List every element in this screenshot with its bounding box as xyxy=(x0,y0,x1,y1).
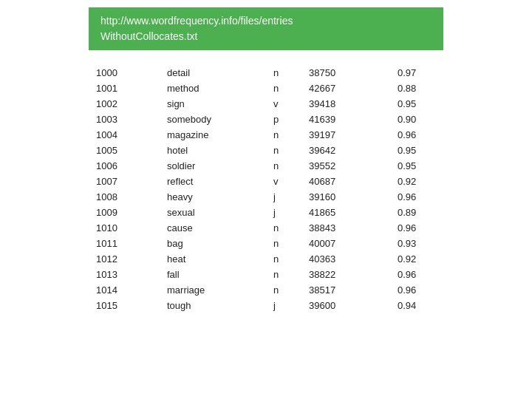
cell-id: 1010 xyxy=(89,220,160,236)
cell-word: method xyxy=(160,81,266,96)
cell-word: sexual xyxy=(160,205,266,220)
data-table-container: 1000detailn387500.971001methodn426670.88… xyxy=(89,65,443,313)
cell-id: 1001 xyxy=(89,81,160,96)
cell-score: 0.94 xyxy=(390,298,443,313)
table-row: 1004magazinen391970.96 xyxy=(89,127,443,143)
cell-word: reflect xyxy=(160,174,266,189)
cell-freq: 40363 xyxy=(301,251,390,267)
cell-score: 0.96 xyxy=(390,267,443,282)
cell-score: 0.92 xyxy=(390,251,443,267)
cell-score: 0.95 xyxy=(390,158,443,174)
cell-id: 1005 xyxy=(89,143,160,158)
cell-word: hotel xyxy=(160,143,266,158)
cell-word: heavy xyxy=(160,189,266,205)
table-row: 1006soldiern395520.95 xyxy=(89,158,443,174)
cell-pos: n xyxy=(266,65,301,81)
cell-freq: 40687 xyxy=(301,174,390,189)
cell-pos: p xyxy=(266,112,301,127)
table-row: 1010causen388430.96 xyxy=(89,220,443,236)
table-row: 1015toughj396000.94 xyxy=(89,298,443,313)
cell-pos: v xyxy=(266,96,301,112)
table-row: 1002signv394180.95 xyxy=(89,96,443,112)
cell-freq: 38517 xyxy=(301,282,390,298)
cell-word: cause xyxy=(160,220,266,236)
cell-pos: n xyxy=(266,267,301,282)
cell-id: 1000 xyxy=(89,65,160,81)
cell-word: fall xyxy=(160,267,266,282)
cell-score: 0.88 xyxy=(390,81,443,96)
table-row: 1011bagn400070.93 xyxy=(89,236,443,251)
word-frequency-table: 1000detailn387500.971001methodn426670.88… xyxy=(89,65,443,313)
table-row: 1013falln388220.96 xyxy=(89,267,443,282)
cell-score: 0.95 xyxy=(390,143,443,158)
cell-word: tough xyxy=(160,298,266,313)
cell-pos: n xyxy=(266,251,301,267)
cell-score: 0.92 xyxy=(390,174,443,189)
cell-score: 0.95 xyxy=(390,96,443,112)
cell-score: 0.97 xyxy=(390,65,443,81)
cell-freq: 41865 xyxy=(301,205,390,220)
cell-word: bag xyxy=(160,236,266,251)
cell-freq: 38822 xyxy=(301,267,390,282)
cell-id: 1004 xyxy=(89,127,160,143)
url-banner: http://www.wordfrequency.info/files/entr… xyxy=(89,7,443,50)
cell-id: 1008 xyxy=(89,189,160,205)
cell-score: 0.89 xyxy=(390,205,443,220)
table-row: 1009sexualj418650.89 xyxy=(89,205,443,220)
cell-id: 1006 xyxy=(89,158,160,174)
table-row: 1012heatn403630.92 xyxy=(89,251,443,267)
cell-freq: 38750 xyxy=(301,65,390,81)
cell-freq: 39197 xyxy=(301,127,390,143)
cell-pos: n xyxy=(266,143,301,158)
cell-score: 0.96 xyxy=(390,220,443,236)
url-line1: http://www.wordfrequency.info/files/entr… xyxy=(100,15,293,27)
cell-pos: n xyxy=(266,220,301,236)
table-row: 1001methodn426670.88 xyxy=(89,81,443,96)
cell-id: 1009 xyxy=(89,205,160,220)
cell-id: 1002 xyxy=(89,96,160,112)
cell-pos: j xyxy=(266,298,301,313)
cell-pos: n xyxy=(266,127,301,143)
table-row: 1008heavyj391600.96 xyxy=(89,189,443,205)
cell-pos: j xyxy=(266,205,301,220)
cell-word: magazine xyxy=(160,127,266,143)
cell-score: 0.93 xyxy=(390,236,443,251)
cell-id: 1015 xyxy=(89,298,160,313)
cell-word: sign xyxy=(160,96,266,112)
cell-word: heat xyxy=(160,251,266,267)
cell-freq: 39600 xyxy=(301,298,390,313)
table-row: 1007reflectv406870.92 xyxy=(89,174,443,189)
table-row: 1003somebodyp416390.90 xyxy=(89,112,443,127)
cell-id: 1014 xyxy=(89,282,160,298)
cell-word: marriage xyxy=(160,282,266,298)
cell-id: 1007 xyxy=(89,174,160,189)
cell-word: soldier xyxy=(160,158,266,174)
cell-freq: 38843 xyxy=(301,220,390,236)
cell-freq: 39642 xyxy=(301,143,390,158)
table-row: 1000detailn387500.97 xyxy=(89,65,443,81)
cell-pos: n xyxy=(266,236,301,251)
cell-word: detail xyxy=(160,65,266,81)
cell-score: 0.96 xyxy=(390,127,443,143)
cell-id: 1011 xyxy=(89,236,160,251)
cell-pos: n xyxy=(266,81,301,96)
cell-score: 0.96 xyxy=(390,282,443,298)
cell-id: 1013 xyxy=(89,267,160,282)
cell-freq: 42667 xyxy=(301,81,390,96)
table-row: 1014marriagen385170.96 xyxy=(89,282,443,298)
cell-id: 1003 xyxy=(89,112,160,127)
cell-pos: j xyxy=(266,189,301,205)
cell-pos: n xyxy=(266,282,301,298)
cell-score: 0.90 xyxy=(390,112,443,127)
cell-score: 0.96 xyxy=(390,189,443,205)
cell-freq: 39418 xyxy=(301,96,390,112)
table-row: 1005hoteln396420.95 xyxy=(89,143,443,158)
cell-freq: 40007 xyxy=(301,236,390,251)
cell-freq: 39552 xyxy=(301,158,390,174)
url-line2: WithoutCollocates.txt xyxy=(100,30,198,42)
cell-freq: 41639 xyxy=(301,112,390,127)
cell-pos: v xyxy=(266,174,301,189)
cell-word: somebody xyxy=(160,112,266,127)
cell-freq: 39160 xyxy=(301,189,390,205)
cell-pos: n xyxy=(266,158,301,174)
